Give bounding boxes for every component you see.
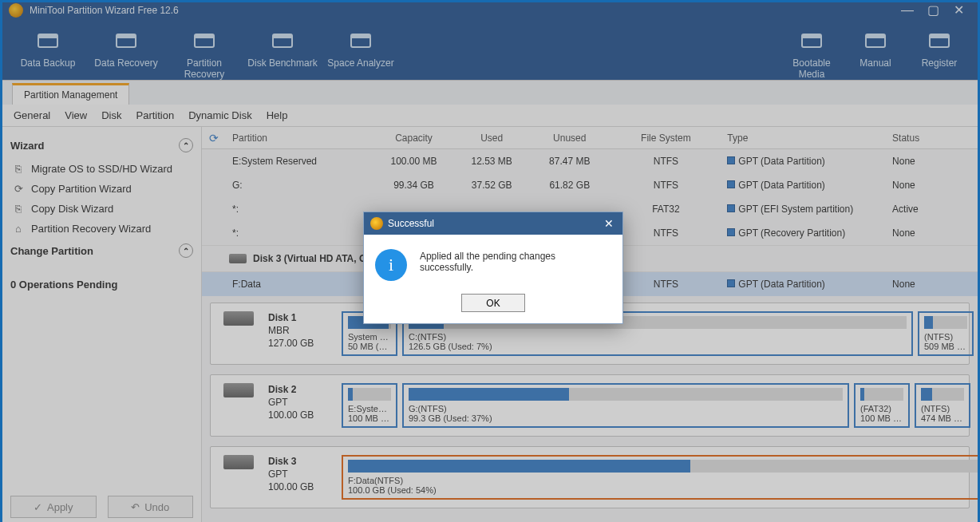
dialog-titlebar: Successful ✕ (364, 212, 622, 235)
close-icon[interactable]: ✕ (602, 217, 616, 230)
dialog-message: Applied all the pending changes successf… (420, 249, 611, 273)
info-icon: i (375, 249, 407, 281)
dialog-title: Successful (388, 218, 434, 229)
success-dialog: Successful ✕ i Applied all the pending c… (363, 212, 623, 324)
app-icon (370, 217, 383, 230)
ok-button[interactable]: OK (461, 294, 525, 312)
